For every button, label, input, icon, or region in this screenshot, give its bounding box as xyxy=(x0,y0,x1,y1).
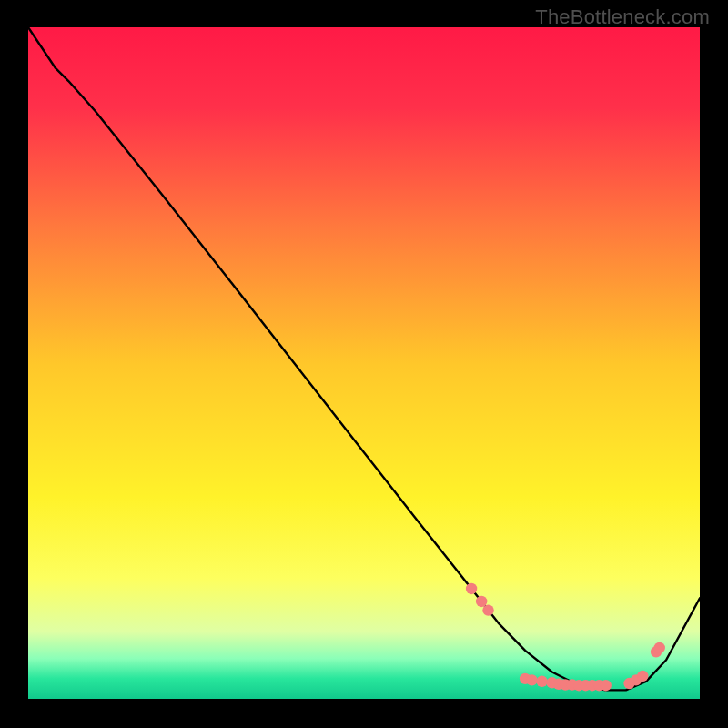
highlight-point xyxy=(536,676,547,687)
chart-background xyxy=(28,27,700,699)
watermark-text: TheBottleneck.com xyxy=(535,5,710,29)
highlight-point xyxy=(637,671,648,682)
bottleneck-chart xyxy=(28,27,700,699)
highlight-point xyxy=(526,674,537,685)
highlight-point xyxy=(466,583,477,594)
highlight-point xyxy=(600,680,611,691)
chart-frame xyxy=(28,27,700,699)
highlight-point xyxy=(482,604,493,615)
highlight-point xyxy=(654,642,665,653)
